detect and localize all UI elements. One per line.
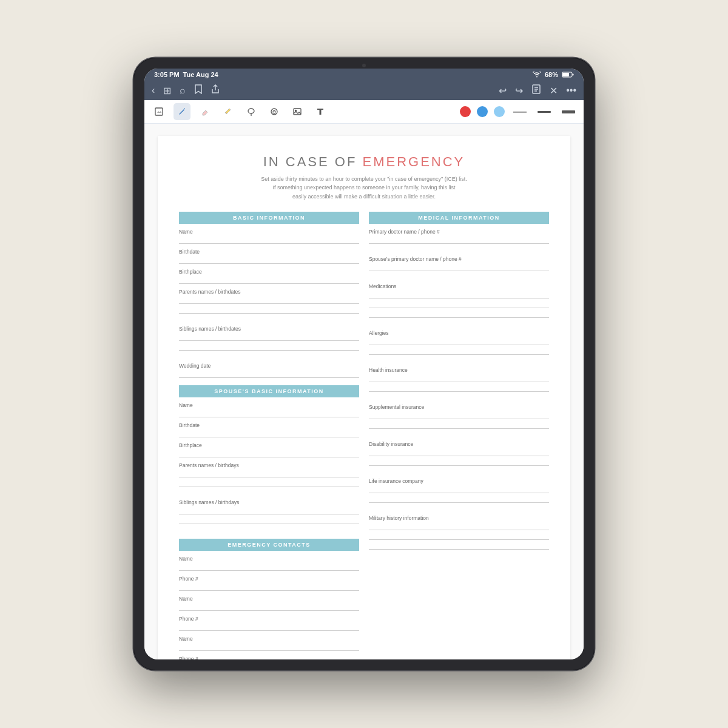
allergies-field: Allergies — [369, 330, 549, 355]
ipad-screen: 3:05 PM Tue Aug 24 68% ‹ ⊞ ⌕ — [144, 69, 584, 659]
svg-rect-1 — [562, 73, 569, 76]
svg-rect-10 — [294, 109, 301, 115]
medications-field: Medications — [369, 283, 549, 318]
drawing-toolbar — [144, 100, 584, 124]
back-button[interactable]: ‹ — [152, 85, 155, 96]
title-part2: EMERGENCY — [363, 154, 465, 169]
close-button[interactable]: ✕ — [550, 85, 558, 96]
spouse-birthplace-field: Birthplace — [179, 442, 359, 457]
text-tool[interactable] — [312, 103, 329, 120]
highlighter-tool[interactable] — [220, 103, 237, 120]
newpage-button[interactable] — [531, 84, 541, 96]
screenshot-tool[interactable] — [150, 103, 167, 120]
emergency-contacts-header: EMERGENCY CONTACTS — [179, 539, 359, 551]
svg-rect-13 — [538, 111, 551, 113]
basic-info-header: BASIC INFORMATION — [179, 212, 359, 224]
ec-name2-field: Name — [179, 596, 359, 611]
image-tool[interactable] — [289, 103, 306, 120]
basic-wedding-field: Wedding date — [179, 363, 359, 378]
ec-name1-field: Name — [179, 556, 359, 571]
primary-doctor-field: Primary doctor name / phone # — [369, 229, 549, 244]
title-part1: IN CASE OF — [263, 154, 357, 169]
thick-line-tool[interactable] — [535, 107, 553, 116]
bookmark-button[interactable] — [194, 84, 203, 96]
ec-name3-field: Name — [179, 636, 359, 651]
battery-display: 68% — [545, 71, 558, 78]
left-column: BASIC INFORMATION Name Birthdate Birthpl… — [179, 212, 359, 659]
basic-birthdate-field: Birthdate — [179, 249, 359, 264]
svg-point-11 — [295, 110, 297, 112]
svg-rect-14 — [562, 110, 575, 113]
ipad-device: 3:05 PM Tue Aug 24 68% ‹ ⊞ ⌕ — [133, 58, 595, 670]
spouse-doctor-field: Spouse's primary doctor name / phone # — [369, 256, 549, 271]
spouse-parents-field: Parents names / birthdays — [179, 462, 359, 487]
document-title: IN CASE OF EMERGENCY — [179, 154, 549, 170]
supplemental-insurance-field: Supplemental insurance — [369, 404, 549, 429]
life-insurance-field: Life insurance company — [369, 478, 549, 503]
blue-color[interactable] — [477, 106, 488, 117]
svg-rect-2 — [573, 74, 574, 76]
main-toolbar: ‹ ⊞ ⌕ ↩ ↪ ✕ — [144, 81, 584, 100]
wifi-icon — [533, 72, 541, 78]
light-blue-color[interactable] — [494, 106, 505, 117]
ec-phone1-field: Phone # — [179, 576, 359, 591]
eraser-tool[interactable] — [197, 103, 214, 120]
spouse-name-field: Name — [179, 402, 359, 417]
more-button[interactable]: ••• — [566, 85, 576, 96]
red-color[interactable] — [460, 106, 471, 117]
disability-insurance-field: Disability insurance — [369, 441, 549, 466]
ec-phone2-field: Phone # — [179, 616, 359, 631]
status-right: 68% — [533, 71, 574, 78]
basic-siblings-field: Siblings names / birthdates — [179, 326, 359, 351]
grid-button[interactable]: ⊞ — [163, 85, 171, 96]
thicker-line-tool[interactable] — [559, 107, 578, 116]
share-button[interactable] — [211, 84, 220, 96]
svg-rect-12 — [513, 112, 527, 113]
spouse-birthdate-field: Birthdate — [179, 422, 359, 437]
military-history-field: Military history information — [369, 515, 549, 550]
lasso-tool[interactable] — [243, 103, 260, 120]
minus-tool[interactable] — [511, 107, 529, 116]
ec-phone3-field: Phone # — [179, 656, 359, 659]
battery-icon — [562, 72, 574, 78]
document-subtitle: Set aside thirty minutes to an hour to c… — [179, 175, 549, 201]
status-bar: 3:05 PM Tue Aug 24 68% — [144, 69, 584, 81]
basic-name-field: Name — [179, 229, 359, 244]
right-column: MEDICAL INFORMATION Primary doctor name … — [369, 212, 549, 659]
medical-info-header: MEDICAL INFORMATION — [369, 212, 549, 224]
basic-birthplace-field: Birthplace — [179, 269, 359, 284]
status-left: 3:05 PM Tue Aug 24 — [154, 71, 218, 78]
time-display: 3:05 PM — [154, 71, 180, 78]
spouse-siblings-field: Siblings names / birthdays — [179, 499, 359, 524]
date-display: Tue Aug 24 — [183, 71, 218, 78]
page-content[interactable]: IN CASE OF EMERGENCY Set aside thirty mi… — [144, 124, 584, 659]
pen-tool[interactable] — [174, 103, 190, 120]
health-insurance-field: Health insurance — [369, 367, 549, 392]
svg-point-9 — [271, 109, 277, 115]
basic-parents-field: Parents names / birthdates — [179, 289, 359, 314]
undo-button[interactable]: ↩ — [499, 85, 507, 96]
search-button[interactable]: ⌕ — [180, 85, 186, 96]
redo-button[interactable]: ↪ — [515, 85, 523, 96]
sticker-tool[interactable] — [266, 103, 283, 120]
main-columns: BASIC INFORMATION Name Birthdate Birthpl… — [179, 212, 549, 659]
document-page: IN CASE OF EMERGENCY Set aside thirty mi… — [158, 136, 570, 659]
svg-point-8 — [248, 109, 254, 113]
spouse-info-header: SPOUSE'S BASIC INFORMATION — [179, 385, 359, 397]
